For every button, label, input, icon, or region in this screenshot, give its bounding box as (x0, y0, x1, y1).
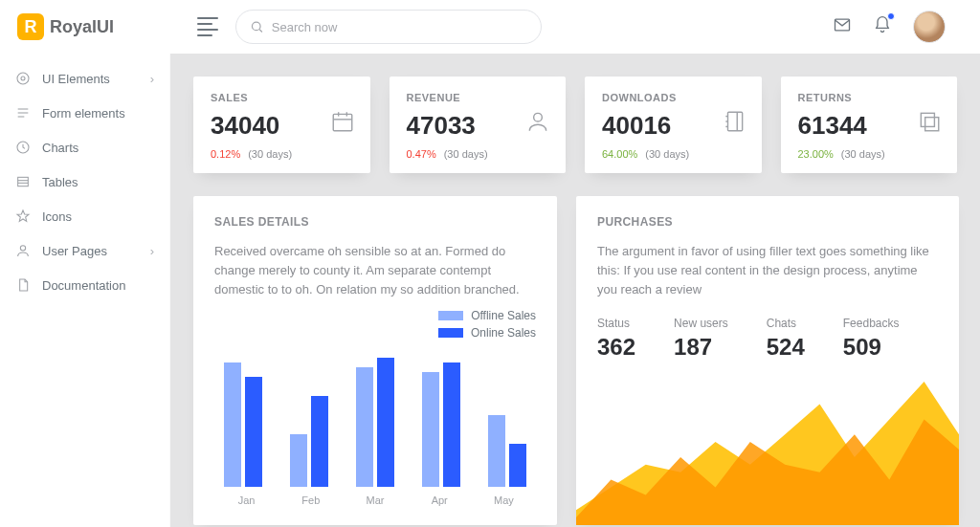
svg-marker-12 (17, 210, 29, 221)
metric-value: 509 (843, 334, 900, 361)
notifications-button[interactable] (873, 15, 892, 38)
stat-period: (30 days) (841, 148, 885, 160)
bar (245, 377, 262, 487)
search-icon (250, 19, 264, 34)
bar (443, 362, 460, 487)
panel-desc: The argument in favor of using filler te… (597, 242, 938, 299)
svg-rect-24 (921, 113, 934, 126)
svg-line-1 (259, 30, 262, 33)
table-icon (15, 174, 31, 189)
sales-bar-chart (214, 343, 536, 487)
bar (356, 367, 373, 487)
bar (422, 372, 439, 487)
stat-pct: 0.47% (407, 148, 436, 160)
svg-rect-19 (727, 112, 742, 131)
metric-label: Status (597, 317, 635, 330)
clock-icon (15, 140, 31, 155)
metric-value: 187 (674, 334, 728, 361)
svg-point-13 (20, 246, 25, 251)
stat-label: REVENUE (407, 92, 549, 103)
bar (290, 434, 307, 487)
bar (488, 415, 505, 487)
legend-label: Online Sales (471, 326, 536, 340)
sidebar-item-icons[interactable]: Icons (0, 199, 169, 233)
sidebar-item-form-elements[interactable]: Form elements (0, 96, 169, 130)
chart-legend: Offline Sales Online Sales (214, 309, 536, 340)
chevron-right-icon: › (150, 244, 154, 258)
sales-details-panel: SALES DETAILS Received overcame oh sensi… (193, 196, 557, 525)
legend-swatch-icon (438, 328, 463, 338)
envelope-icon (833, 15, 852, 34)
legend-swatch-icon (438, 311, 463, 320)
sidebar-item-label: Icons (42, 209, 72, 224)
bar-chart-xlabels: JanFebMarAprMay (214, 494, 536, 506)
stat-card-sales: SALES 34040 0.12% (30 days) (193, 77, 370, 173)
user-icon (15, 243, 31, 258)
stat-label: SALES (211, 92, 353, 103)
svg-rect-14 (333, 114, 352, 130)
metric-status: Status 362 (597, 317, 635, 361)
svg-point-18 (534, 113, 543, 121)
notebook-icon (722, 109, 746, 138)
notification-dot-icon (887, 12, 895, 20)
metric-value: 362 (597, 334, 635, 361)
doc-icon (15, 277, 31, 293)
stat-label: DOWNLOADS (602, 92, 745, 103)
sidebar-item-user-pages[interactable]: User Pages › (0, 233, 169, 268)
panel-desc: Received overcame oh sensible so at an. … (214, 242, 536, 299)
stat-card-revenue: REVENUE 47033 0.47% (30 days) (390, 77, 567, 173)
person-icon (525, 109, 550, 138)
dashboard-content: SALES 34040 0.12% (30 days) REVENUE 4703… (170, 54, 980, 527)
metric-label: Feedbacks (843, 317, 900, 330)
metric-feedbacks: Feedbacks 509 (843, 317, 900, 361)
stat-period: (30 days) (645, 148, 689, 160)
sidebar-item-documentation[interactable]: Documentation (0, 268, 169, 302)
stat-period: (30 days) (248, 148, 292, 160)
x-tick: Apr (408, 494, 472, 506)
svg-point-3 (17, 73, 29, 84)
sidebar-item-label: UI Elements (42, 72, 110, 86)
metric-label: New users (674, 317, 728, 330)
brand-logo-icon: R (17, 13, 44, 40)
sidebar-item-label: Documentation (42, 278, 125, 293)
panel-title: PURCHASES (597, 215, 938, 229)
svg-point-4 (21, 77, 25, 80)
panel-title: SALES DETAILS (214, 215, 536, 229)
purchases-panel: PURCHASES The argument in favor of using… (576, 196, 959, 525)
stat-label: RETURNS (798, 92, 941, 103)
sidebar-item-ui-elements[interactable]: UI Elements › (0, 61, 169, 96)
brand-name: RoyalUI (50, 17, 114, 37)
stat-pct: 0.12% (211, 148, 240, 160)
sidebar-item-tables[interactable]: Tables (0, 165, 169, 199)
bar (509, 444, 526, 487)
stack-icon (917, 109, 942, 138)
search-box[interactable] (235, 10, 542, 44)
avatar[interactable] (913, 11, 946, 43)
search-input[interactable] (272, 20, 527, 34)
stat-period: (30 days) (444, 148, 488, 160)
top-navbar: R RoyalUI (0, 0, 980, 54)
sidebar-toggle-button[interactable] (197, 17, 222, 36)
sidebar-item-label: Form elements (42, 106, 125, 121)
svg-point-0 (252, 22, 260, 31)
sidebar-item-label: Tables (42, 175, 78, 189)
stat-card-downloads: DOWNLOADS 40016 64.00% (30 days) (585, 77, 762, 173)
bar (377, 358, 394, 487)
x-tick: Mar (343, 494, 407, 506)
purchases-area-chart (576, 374, 959, 525)
sidebar: UI Elements › Form elements Charts Table… (0, 54, 170, 527)
x-tick: May (472, 494, 536, 506)
chevron-right-icon: › (150, 72, 154, 86)
calendar-icon (330, 109, 355, 138)
svg-rect-9 (18, 177, 29, 186)
metric-chats: Chats 524 (767, 317, 805, 361)
sidebar-item-charts[interactable]: Charts (0, 130, 169, 165)
brand[interactable]: R RoyalUI (17, 13, 170, 40)
star-icon (15, 209, 31, 224)
sidebar-item-label: Charts (42, 141, 78, 155)
inbox-button[interactable] (833, 15, 852, 38)
form-icon (15, 105, 31, 121)
x-tick: Feb (278, 494, 343, 506)
sidebar-item-label: User Pages (42, 244, 107, 258)
stat-pct: 64.00% (602, 148, 637, 160)
